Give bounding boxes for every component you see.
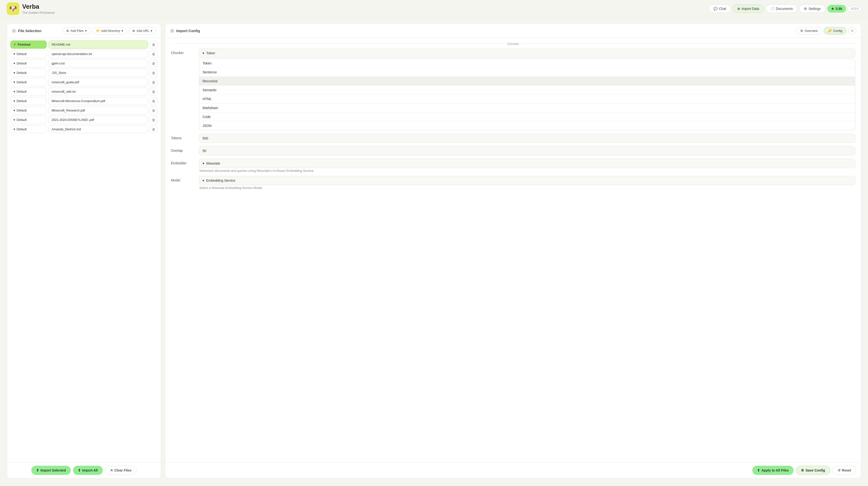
chunker-option-markdown[interactable]: Markdown xyxy=(199,104,855,112)
file-name-9: Amanda_Dietrich.md xyxy=(49,125,148,133)
add-directory-button[interactable]: 📁 Add Directory ▾ xyxy=(92,27,127,34)
embedder-control: ▾ Weaviate Vectorizes documents and quer… xyxy=(199,159,855,173)
file-name-2: gpt4-o.txt xyxy=(49,59,148,67)
chevron-down-icon: ▾ xyxy=(13,109,15,112)
file-selection-title: i File Selection xyxy=(12,29,41,33)
import-data-nav-button[interactable]: ⊕ Import Data xyxy=(733,5,764,13)
file-name-5: minecraft_wiki.txt xyxy=(49,88,148,95)
embedder-description: Vectorizes documents and queries using W… xyxy=(199,169,855,173)
file-name-0: README.md xyxy=(49,40,148,49)
close-config-button[interactable]: ✕ xyxy=(848,27,856,34)
chevron-down-icon: ▾ xyxy=(203,51,204,55)
file-status-4[interactable]: ▾Default xyxy=(10,78,46,86)
chevron-down-icon: ▾ xyxy=(13,52,15,56)
app-name: Verba xyxy=(22,3,55,10)
delete-file-button-0[interactable]: 🗑 xyxy=(150,41,157,49)
app-subtitle: The Golden RAGtriever xyxy=(22,11,55,15)
add-url-button[interactable]: ⊕ Add URL ▾ xyxy=(129,27,156,34)
documents-nav-button[interactable]: 📄 Documents xyxy=(766,5,798,13)
import-all-button[interactable]: ⬆ Import All xyxy=(73,466,103,475)
file-row: ▾Defaultopenai-api-documentation.txt🗑 xyxy=(10,50,157,58)
save-config-button[interactable]: ⚙ Save Config xyxy=(796,466,830,475)
overlap-row: Overlap xyxy=(171,146,855,155)
delete-file-button-2[interactable]: 🗑 xyxy=(150,60,157,67)
chevron-down-icon: ▾ xyxy=(203,178,204,182)
chevron-down-icon: ▾ xyxy=(13,61,15,65)
chevron-down-icon: ▾ xyxy=(13,71,15,75)
chunker-label: Chunker xyxy=(171,49,195,55)
overlap-control xyxy=(199,146,855,155)
overlap-input[interactable] xyxy=(199,146,855,155)
chevron-down-icon: ▾ xyxy=(13,118,15,122)
file-status-6[interactable]: ▾Default xyxy=(10,97,46,105)
chunker-option-json[interactable]: JSON xyxy=(199,121,855,130)
delete-file-button-4[interactable]: 🗑 xyxy=(150,79,157,86)
file-name-6: Minecraft-Monstrous-Compendium.pdf xyxy=(49,97,148,105)
add-files-button[interactable]: ⊕ Add Files ▾ xyxy=(63,27,90,34)
delete-file-button-5[interactable]: 🗑 xyxy=(150,88,157,95)
left-panel: i File Selection ⊕ Add Files ▾ 📁 Add Dir… xyxy=(7,23,161,479)
chat-nav-button[interactable]: 💬 Chat xyxy=(709,5,731,13)
import-config-title: i Import Config xyxy=(170,29,200,33)
overlap-label: Overlap xyxy=(171,146,195,152)
file-status-7[interactable]: ▾Default xyxy=(10,107,46,114)
file-status-8[interactable]: ▾Default xyxy=(10,116,46,124)
version-badge: v2.0.0 xyxy=(848,6,861,11)
chunker-option-recursive[interactable]: Recursive xyxy=(199,77,855,86)
config-button[interactable]: 🔑 Config xyxy=(824,27,846,34)
delete-file-button-6[interactable]: 🗑 xyxy=(150,97,157,105)
header: 🐶 Verba The Golden RAGtriever 💬 Chat ⊕ I… xyxy=(0,0,868,18)
chevron-down-icon: ▾ xyxy=(151,29,152,33)
embedder-label: Embedder xyxy=(171,159,195,165)
import-icon: ⊕ xyxy=(737,7,740,10)
embedder-dropdown[interactable]: ▾ Weaviate xyxy=(199,159,855,168)
chunker-dropdown[interactable]: ▾ Token xyxy=(199,49,855,58)
delete-file-button-8[interactable]: 🗑 xyxy=(150,116,157,124)
trash-icon: 🗑 xyxy=(152,61,155,65)
delete-file-button-1[interactable]: 🗑 xyxy=(150,50,157,58)
settings-nav-button[interactable]: ⚙ Settings xyxy=(799,5,825,13)
document-icon: 📄 xyxy=(770,7,774,10)
clear-icon: ✕ xyxy=(110,468,113,472)
chevron-down-icon: ▾ xyxy=(13,80,15,84)
tokens-label: Tokens xyxy=(171,134,195,140)
gear-icon: ⚙ xyxy=(801,468,804,472)
file-status-0[interactable]: ✓Finished xyxy=(10,40,46,49)
trash-icon: 🗑 xyxy=(152,127,155,131)
chunker-option-sentence[interactable]: Sentence xyxy=(199,68,855,77)
check-icon: ✓ xyxy=(13,43,16,46)
file-selection-actions: ⊕ Add Files ▾ 📁 Add Directory ▾ ⊕ Add UR… xyxy=(63,27,156,34)
import-selected-button[interactable]: ⬆ Import Selected xyxy=(31,466,71,475)
delete-file-button-9[interactable]: 🗑 xyxy=(150,125,157,133)
model-description: Select a Weaviate Embedding Service Mode… xyxy=(199,186,855,190)
file-row: ✓FinishedREADME.md🗑 xyxy=(10,40,157,49)
model-row: Model ▾ Embedding Service Select a Weavi… xyxy=(171,176,855,190)
config-footer: ⬆ Apply to All Files ⚙ Save Config ↺ Res… xyxy=(165,462,861,478)
reset-button[interactable]: ↺ Reset xyxy=(833,466,856,475)
info-icon: i xyxy=(170,29,174,33)
file-list: ✓FinishedREADME.md🗑▾Defaultopenai-api-do… xyxy=(7,38,161,462)
chunker-option-token[interactable]: Token xyxy=(199,59,855,68)
trash-icon: 🗑 xyxy=(152,99,155,103)
overview-button[interactable]: ⚙ Overview xyxy=(796,27,822,34)
model-dropdown[interactable]: ▾ Embedding Service xyxy=(199,176,855,185)
chunker-option-html[interactable]: HTML xyxy=(199,94,855,104)
chunker-dropdown-list: TokenSentenceRecursiveSemanticHTMLMarkdo… xyxy=(199,59,855,130)
trash-icon: 🗑 xyxy=(152,71,155,75)
trash-icon: 🗑 xyxy=(152,118,155,122)
chunker-option-code[interactable]: Code xyxy=(199,112,855,121)
file-status-9[interactable]: ▾Default xyxy=(10,125,46,133)
chunker-control: ▾ Token TokenSentenceRecursiveSemanticHT… xyxy=(199,49,855,130)
delete-file-button-3[interactable]: 🗑 xyxy=(150,69,157,77)
file-status-2[interactable]: ▾Default xyxy=(10,59,46,67)
chunker-option-semantic[interactable]: Semantic xyxy=(199,86,855,94)
file-status-3[interactable]: ▾Default xyxy=(10,69,46,77)
file-row: ▾DefaultMinecraft_Research.pdf🗑 xyxy=(10,107,157,114)
file-status-5[interactable]: ▾Default xyxy=(10,88,46,95)
apply-to-all-files-button[interactable]: ⬆ Apply to All Files xyxy=(752,466,794,475)
tokens-input[interactable] xyxy=(199,134,855,143)
delete-file-button-7[interactable]: 🗑 xyxy=(150,107,157,114)
file-status-1[interactable]: ▾Default xyxy=(10,50,46,58)
github-button[interactable]: ★ 5.8k xyxy=(827,5,846,12)
clear-files-button[interactable]: ✕ Clear Files xyxy=(105,466,137,475)
